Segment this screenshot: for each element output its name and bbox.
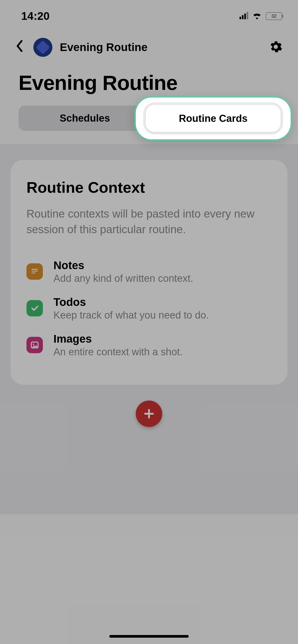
status-icons: 32	[239, 12, 282, 21]
context-item-todos[interactable]: Todos Keep track of what you need to do.	[26, 290, 272, 327]
home-indicator[interactable]	[109, 635, 189, 638]
tab-schedules[interactable]: Schedules	[21, 108, 149, 129]
cellular-signal-icon	[239, 12, 248, 20]
image-icon	[26, 337, 43, 353]
context-item-notes[interactable]: Notes Add any kind of written context.	[26, 253, 272, 290]
card-title: Routine Context	[26, 178, 272, 196]
context-item-title: Images	[53, 333, 272, 345]
context-item-desc: An entire context with a shot.	[53, 346, 272, 358]
notes-icon	[26, 263, 43, 280]
routine-context-card: Routine Context Routine contexts will be…	[11, 160, 287, 385]
context-item-desc: Keep track of what you need to do.	[53, 310, 272, 321]
status-time: 14:20	[21, 10, 49, 22]
context-item-images[interactable]: Images An entire context with a shot.	[26, 327, 272, 364]
check-icon	[26, 300, 43, 316]
nav-header: Evening Routine	[0, 29, 298, 63]
segmented-control-wrap: Schedules Routine Cards	[0, 105, 298, 144]
context-item-title: Notes	[53, 259, 272, 272]
context-item-title: Todos	[53, 296, 272, 309]
svg-point-1	[33, 344, 34, 345]
highlighted-tab-coachmark: Routine Cards	[136, 98, 291, 139]
battery-icon: 32	[266, 12, 282, 20]
add-button[interactable]	[136, 401, 162, 427]
nav-title: Evening Routine	[60, 41, 259, 54]
context-item-desc: Add any kind of written context.	[53, 273, 272, 284]
back-button[interactable]	[13, 37, 26, 58]
status-bar: 14:20 32	[0, 0, 298, 29]
content-sheet: Routine Context Routine contexts will be…	[0, 144, 298, 514]
tab-routine-cards[interactable]: Routine Cards	[146, 105, 281, 132]
wifi-icon	[252, 12, 262, 21]
routine-avatar-icon[interactable]	[33, 38, 52, 57]
card-description: Routine contexts will be pasted into eve…	[26, 206, 272, 237]
settings-button[interactable]	[267, 38, 285, 57]
